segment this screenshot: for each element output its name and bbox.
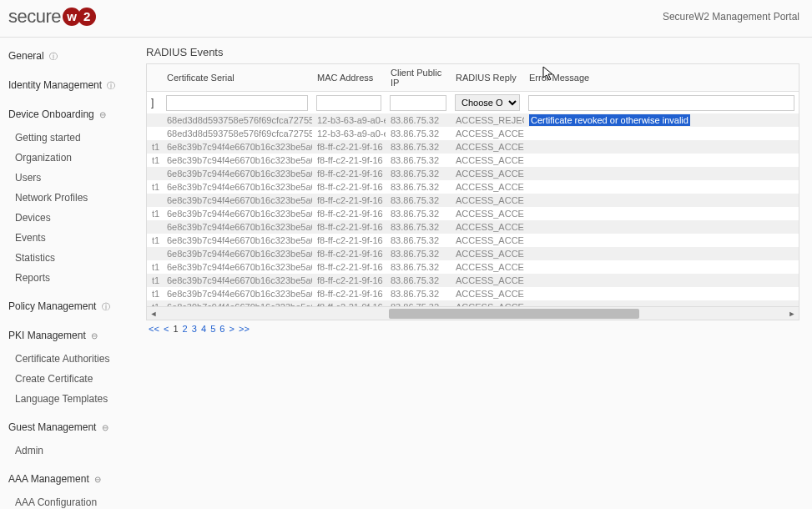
nav-section-policy-management[interactable]: Policy Management ⓘ — [8, 296, 134, 317]
table-row[interactable]: t16e8c39b7c94f4e6670b16c323be5a6aff8-ff-… — [147, 180, 799, 194]
table-scroll[interactable]: Certificate Serial MAC Address Client Pu… — [147, 64, 799, 306]
cell: ACCESS_ACCEPT — [451, 207, 524, 220]
table-header-row: Certificate Serial MAC Address Client Pu… — [147, 64, 799, 92]
table-row[interactable]: t16e8c39b7c94f4e6670b16c323be5a6aff8-ff-… — [147, 140, 799, 154]
collapse-icon: ⊖ — [99, 110, 106, 119]
page-5[interactable]: 5 — [210, 324, 215, 334]
page-next[interactable]: > — [229, 324, 235, 334]
cell: t1 — [147, 154, 162, 167]
nav-item-admin[interactable]: Admin — [15, 441, 134, 461]
hscroll-thumb[interactable] — [389, 309, 639, 319]
nav-item-getting-started[interactable]: Getting started — [15, 128, 134, 148]
table-row[interactable]: t16e8c39b7c94f4e6670b16c323be5a6aff8-ff-… — [147, 154, 799, 167]
header: secure w 2 SecureW2 Management Portal — [0, 0, 812, 38]
filter-expand: ] — [147, 92, 162, 114]
cell: f8-ff-c2-21-9f-16 — [312, 220, 386, 234]
cell: f8-ff-c2-21-9f-16 — [312, 180, 386, 194]
cell: ACCESS_ACCEPT — [451, 300, 524, 306]
table-row[interactable]: t16e8c39b7c94f4e6670b16c323be5a6aff8-ff-… — [147, 287, 799, 300]
cell: ACCESS_ACCEPT — [451, 234, 524, 247]
nav-section-aaa-management[interactable]: AAA Management ⊖ — [8, 469, 134, 489]
col-radius-reply[interactable]: RADIUS Reply — [451, 64, 524, 92]
cell — [147, 247, 162, 260]
logo-secure-text: secure — [8, 6, 61, 28]
table-row[interactable]: t16e8c39b7c94f4e6670b16c323be5a6aff8-ff-… — [147, 260, 799, 274]
table-filter-row: ] Choose One — [147, 92, 799, 114]
cell-error — [524, 220, 799, 234]
cell: f8-ff-c2-21-9f-16 — [312, 300, 386, 306]
col-mac[interactable]: MAC Address — [312, 64, 386, 92]
nav-item-events[interactable]: Events — [15, 228, 134, 248]
nav-item-statistics[interactable]: Statistics — [15, 248, 134, 268]
page-prev[interactable]: < — [164, 324, 169, 334]
cell-error — [524, 234, 799, 247]
cell: 83.86.75.32 — [386, 207, 451, 220]
filter-cert-serial[interactable] — [166, 95, 308, 111]
table-row[interactable]: 6e8c39b7c94f4e6670b16c323be5a6aff8-ff-c2… — [147, 220, 799, 234]
table-row[interactable]: 68ed3d8d593758e576f69cfca727557c12-b3-63… — [147, 113, 799, 127]
page-2[interactable]: 2 — [183, 324, 188, 334]
nav-item-network-profiles[interactable]: Network Profiles — [15, 188, 134, 208]
col-cert-serial[interactable]: Certificate Serial — [162, 64, 312, 92]
info-icon: ⓘ — [102, 302, 110, 311]
cell-error — [524, 127, 799, 140]
nav-section-device-onboarding[interactable]: Device Onboarding ⊖ — [8, 104, 134, 124]
hscroll-right-icon[interactable]: ► — [785, 307, 799, 320]
nav-section-pki-management[interactable]: PKI Management ⊖ — [8, 325, 134, 345]
nav-item-devices[interactable]: Devices — [15, 208, 134, 228]
col-client-ip[interactable]: Client Public IP — [386, 64, 451, 92]
cell: 6e8c39b7c94f4e6670b16c323be5a6af — [162, 287, 312, 300]
cell: 6e8c39b7c94f4e6670b16c323be5a6af — [162, 220, 312, 234]
cell-error: Certificate revoked or otherwise invalid — [524, 113, 799, 127]
table-row[interactable]: t16e8c39b7c94f4e6670b16c323be5a6aff8-ff-… — [147, 274, 799, 287]
main: RADIUS Events Certificate Serial MAC Add… — [134, 38, 812, 509]
page-1[interactable]: 1 — [173, 324, 178, 334]
horizontal-scrollbar[interactable]: ◄ ► — [147, 306, 799, 320]
nav-item-reports[interactable]: Reports — [15, 268, 134, 288]
cell — [147, 167, 162, 180]
cell: t1 — [147, 207, 162, 220]
col-expand — [147, 64, 162, 92]
hscroll-left-icon[interactable]: ◄ — [147, 307, 160, 320]
cell: 6e8c39b7c94f4e6670b16c323be5a6af — [162, 154, 312, 167]
cell: 6e8c39b7c94f4e6670b16c323be5a6af — [162, 207, 312, 220]
nav-item-organization[interactable]: Organization — [15, 148, 134, 168]
nav-section-guest-management[interactable]: Guest Management ⊖ — [8, 417, 134, 437]
cell-error — [524, 260, 799, 274]
cell: ACCESS_ACCEPT — [451, 194, 524, 207]
cell: 6e8c39b7c94f4e6670b16c323be5a6af — [162, 247, 312, 260]
page-3[interactable]: 3 — [192, 324, 197, 334]
cell: t1 — [147, 274, 162, 287]
cell: t1 — [147, 287, 162, 300]
page-first[interactable]: << — [149, 324, 159, 334]
cell: 83.86.75.32 — [386, 300, 451, 306]
nav-item-aaa-configuration[interactable]: AAA Configuration — [15, 492, 134, 509]
table-row[interactable]: 6e8c39b7c94f4e6670b16c323be5a6aff8-ff-c2… — [147, 247, 799, 260]
cell: 83.86.75.32 — [386, 274, 451, 287]
cell: 6e8c39b7c94f4e6670b16c323be5a6af — [162, 234, 312, 247]
cell: t1 — [147, 300, 162, 306]
page-4[interactable]: 4 — [201, 324, 206, 334]
nav-section-general[interactable]: General ⓘ — [8, 46, 134, 67]
table-row[interactable]: t16e8c39b7c94f4e6670b16c323be5a6aff8-ff-… — [147, 207, 799, 220]
nav-item-users[interactable]: Users — [15, 168, 134, 188]
cell-error — [524, 287, 799, 300]
table-row[interactable]: 6e8c39b7c94f4e6670b16c323be5a6aff8-ff-c2… — [147, 194, 799, 207]
page-6[interactable]: 6 — [219, 324, 224, 334]
page-last[interactable]: >> — [239, 324, 250, 334]
nav-section-identity-management[interactable]: Identity Management ⓘ — [8, 75, 134, 96]
nav-item-create-certificate[interactable]: Create Certificate — [15, 369, 134, 389]
col-error-msg[interactable]: Error Message — [524, 64, 799, 92]
table-row[interactable]: 68ed3d8d593758e576f69cfca727557c12-b3-63… — [147, 127, 799, 140]
filter-client-ip[interactable] — [390, 95, 446, 111]
table-row[interactable]: t16e8c39b7c94f4e6670b16c323be5a6aff8-ff-… — [147, 234, 799, 247]
page-title: RADIUS Events — [146, 46, 799, 58]
filter-radius-reply[interactable]: Choose One — [455, 94, 520, 111]
filter-error-msg[interactable] — [528, 95, 794, 111]
nav-item-language-templates[interactable]: Language Templates — [15, 389, 134, 409]
table-row[interactable]: t16e8c39b7c94f4e6670b16c323be5a6aff8-ff-… — [147, 300, 799, 306]
cell: 6e8c39b7c94f4e6670b16c323be5a6af — [162, 140, 312, 154]
filter-mac[interactable] — [316, 95, 381, 111]
table-row[interactable]: 6e8c39b7c94f4e6670b16c323be5a6aff8-ff-c2… — [147, 167, 799, 180]
nav-item-certificate-authorities[interactable]: Certificate Authorities — [15, 349, 134, 369]
